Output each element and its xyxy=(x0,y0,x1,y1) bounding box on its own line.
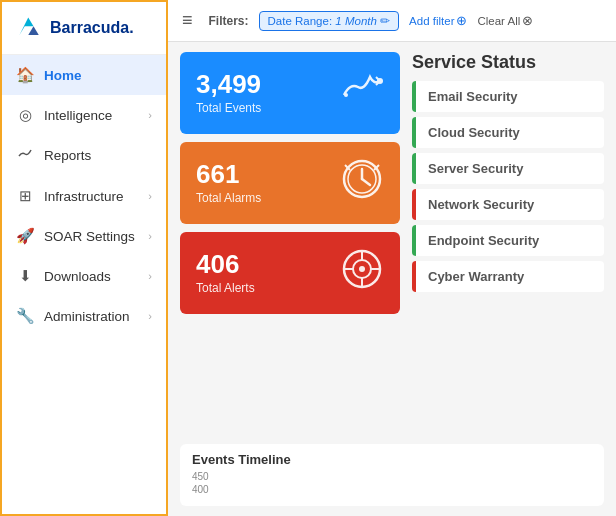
sidebar-item-soar-settings[interactable]: 🚀 SOAR Settings › xyxy=(2,216,166,256)
chevron-right-icon: › xyxy=(148,109,152,121)
infrastructure-icon: ⊞ xyxy=(16,187,34,205)
events-icon xyxy=(340,67,384,120)
total-events-info: 3,499 Total Events xyxy=(196,71,261,115)
service-item-server-security[interactable]: Server Security xyxy=(412,153,604,184)
events-timeline-title: Events Timeline xyxy=(192,452,592,467)
sidebar: Barracuda. 🏠 Home ◎ Intelligence › Repor… xyxy=(0,0,168,516)
total-events-card[interactable]: 3,499 Total Events xyxy=(180,52,400,134)
sidebar-item-downloads[interactable]: ⬇ Downloads › xyxy=(2,256,166,296)
close-circle-icon: ⊗ xyxy=(522,13,533,28)
add-filter-button[interactable]: Add filter ⊕ xyxy=(409,13,467,28)
alerts-icon xyxy=(340,247,384,300)
service-item-email-security[interactable]: Email Security xyxy=(412,81,604,112)
date-range-label: Date Range: xyxy=(268,15,333,27)
svg-point-12 xyxy=(359,266,365,272)
total-events-label: Total Events xyxy=(196,101,261,115)
clear-all-button[interactable]: Clear All ⊗ xyxy=(477,13,533,28)
sidebar-item-label: Infrastructure xyxy=(44,189,138,204)
chevron-right-icon: › xyxy=(148,230,152,242)
service-status-panel: Service Status Email Security Cloud Secu… xyxy=(412,52,604,434)
total-alarms-number: 661 xyxy=(196,161,261,187)
chevron-right-icon: › xyxy=(148,190,152,202)
sidebar-item-label: Downloads xyxy=(44,269,138,284)
filters-label: Filters: xyxy=(209,14,249,28)
chart-label-400: 400 xyxy=(192,484,592,495)
plus-circle-icon: ⊕ xyxy=(456,13,467,28)
chevron-right-icon: › xyxy=(148,270,152,282)
total-alerts-label: Total Alerts xyxy=(196,281,255,295)
events-timeline-section: Events Timeline 450 400 xyxy=(180,444,604,506)
downloads-icon: ⬇ xyxy=(16,267,34,285)
service-status-title: Service Status xyxy=(412,52,604,73)
service-label: Email Security xyxy=(428,89,518,104)
clear-all-label: Clear All xyxy=(477,15,520,27)
total-alarms-label: Total Alarms xyxy=(196,191,261,205)
service-item-endpoint-security[interactable]: Endpoint Security xyxy=(412,225,604,256)
total-events-number: 3,499 xyxy=(196,71,261,97)
sidebar-item-label: Intelligence xyxy=(44,108,138,123)
barracuda-logo-icon xyxy=(16,14,44,42)
svg-marker-1 xyxy=(28,26,39,35)
sidebar-item-label: SOAR Settings xyxy=(44,229,138,244)
service-label: Cloud Security xyxy=(428,125,520,140)
main-content: ≡ Filters: Date Range: 1 Month ✏ Add fil… xyxy=(168,0,616,516)
soar-settings-icon: 🚀 xyxy=(16,227,34,245)
chevron-right-icon: › xyxy=(148,310,152,322)
total-alerts-card[interactable]: 406 Total Alerts xyxy=(180,232,400,314)
sidebar-item-label: Reports xyxy=(44,148,152,163)
sidebar-item-infrastructure[interactable]: ⊞ Infrastructure › xyxy=(2,176,166,216)
svg-line-7 xyxy=(362,179,370,185)
sidebar-item-reports[interactable]: Reports xyxy=(2,135,166,176)
svg-point-3 xyxy=(344,93,348,97)
logo-text: Barracuda. xyxy=(50,19,134,37)
dashboard: 3,499 Total Events 661 Total Alarms xyxy=(168,42,616,444)
reports-icon xyxy=(16,146,34,165)
edit-icon: ✏ xyxy=(380,15,390,27)
alarms-icon xyxy=(340,157,384,210)
date-range-value: 1 Month xyxy=(335,15,377,27)
sidebar-navigation: 🏠 Home ◎ Intelligence › Reports ⊞ Infras… xyxy=(2,55,166,514)
chart-labels: 450 400 xyxy=(192,471,592,495)
service-label: Server Security xyxy=(428,161,523,176)
administration-icon: 🔧 xyxy=(16,307,34,325)
service-item-cloud-security[interactable]: Cloud Security xyxy=(412,117,604,148)
service-label: Endpoint Security xyxy=(428,233,539,248)
service-item-network-security[interactable]: Network Security xyxy=(412,189,604,220)
chart-label-450: 450 xyxy=(192,471,592,482)
hamburger-menu-button[interactable]: ≡ xyxy=(182,10,193,31)
total-alarms-card[interactable]: 661 Total Alarms xyxy=(180,142,400,224)
date-range-filter[interactable]: Date Range: 1 Month ✏ xyxy=(259,11,400,31)
total-alarms-info: 661 Total Alarms xyxy=(196,161,261,205)
sidebar-item-intelligence[interactable]: ◎ Intelligence › xyxy=(2,95,166,135)
sidebar-item-label: Administration xyxy=(44,309,138,324)
sidebar-item-label: Home xyxy=(44,68,152,83)
sidebar-item-home[interactable]: 🏠 Home xyxy=(2,55,166,95)
service-item-cyber-warranty[interactable]: Cyber Warranty xyxy=(412,261,604,292)
home-icon: 🏠 xyxy=(16,66,34,84)
add-filter-label: Add filter xyxy=(409,15,454,27)
stats-panel: 3,499 Total Events 661 Total Alarms xyxy=(180,52,400,434)
topbar: ≡ Filters: Date Range: 1 Month ✏ Add fil… xyxy=(168,0,616,42)
logo: Barracuda. xyxy=(2,2,166,55)
sidebar-item-administration[interactable]: 🔧 Administration › xyxy=(2,296,166,336)
total-alerts-info: 406 Total Alerts xyxy=(196,251,255,295)
total-alerts-number: 406 xyxy=(196,251,255,277)
service-label: Cyber Warranty xyxy=(428,269,524,284)
service-label: Network Security xyxy=(428,197,534,212)
intelligence-icon: ◎ xyxy=(16,106,34,124)
